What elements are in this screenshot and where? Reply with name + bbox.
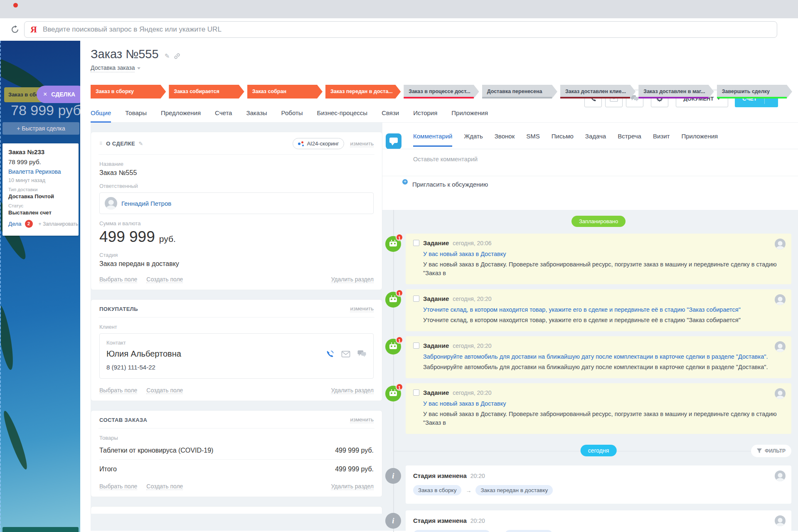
select-field-link[interactable]: Выбрать поле — [99, 483, 137, 490]
task-checkbox[interactable] — [413, 342, 419, 349]
delete-section-link[interactable]: Удалить раздел — [331, 483, 374, 490]
task-card[interactable]: Задание сегодня, 20:20 Уточните склад, в… — [406, 289, 791, 331]
browser-chrome-top — [0, 0, 798, 18]
tab-letter[interactable]: Письмо — [552, 133, 574, 147]
email-contact-icon[interactable] — [341, 351, 350, 357]
address-bar[interactable]: Я — [24, 21, 777, 38]
close-icon[interactable]: × — [43, 91, 47, 98]
delete-section-link[interactable]: Удалить раздел — [331, 276, 374, 283]
edit-link[interactable]: изменить — [350, 416, 374, 423]
tab-meeting[interactable]: Встреча — [618, 133, 641, 147]
filter-button[interactable]: ФИЛЬТР — [751, 445, 791, 457]
drag-handle[interactable]: ⠿ — [99, 142, 103, 145]
quick-deal-button[interactable]: + Быстрая сделка — [2, 122, 79, 135]
stage-button[interactable]: Заказ доставлен клие... — [560, 85, 635, 99]
task-checkbox[interactable] — [413, 240, 419, 246]
task-time: сегодня, 20:06 — [453, 240, 491, 246]
tab-call[interactable]: Звонок — [495, 133, 515, 147]
avatar — [775, 341, 786, 352]
robot-task-icon: 1 — [385, 236, 401, 252]
plan-activity-link[interactable]: + Запланировать — [39, 221, 79, 227]
deal-drag-pill[interactable]: × СДЕЛКА — [37, 86, 80, 103]
product-row: Таблетки от кроновируса (COVID-19) 499 9… — [99, 443, 374, 460]
tab-task[interactable]: Задача — [585, 133, 606, 147]
responsible-field[interactable]: Геннадий Петров — [99, 192, 374, 214]
task-body: Уточните склад, в котором находится това… — [423, 316, 784, 325]
chat-contact-icon[interactable] — [357, 350, 367, 358]
stage-button[interactable]: Доставка перенесена — [482, 85, 557, 99]
edit-section-icon[interactable]: ✎ — [138, 140, 143, 147]
contact-name[interactable]: Юлия Альбертовна — [106, 349, 181, 359]
task-link[interactable]: Забронируйте автомобиль для доставки на … — [423, 353, 784, 360]
task-link[interactable]: Уточните склад, в котором находится това… — [423, 306, 784, 313]
task-link[interactable]: У вас новый заказ в Доставку — [423, 251, 784, 257]
stage-change-card[interactable]: Стадия изменена 20:20 Заказ в сборку → З… — [406, 466, 791, 504]
client-label: Клиент — [99, 324, 374, 330]
tab-orders[interactable]: Заказы — [246, 109, 267, 123]
tab-robots[interactable]: Роботы — [281, 109, 303, 123]
stage-button[interactable]: Заказ передан в доста... — [325, 85, 401, 99]
tab-apps[interactable]: Приложения — [681, 133, 718, 147]
stage-button[interactable]: Заказ в процессе дост... — [404, 85, 479, 99]
task-checkbox[interactable] — [413, 296, 419, 302]
tab-bizproc[interactable]: Бизнес-процессы — [317, 109, 368, 123]
tab-apps[interactable]: Приложения — [451, 109, 488, 123]
timeline-stage-change: i Стадия изменена 20:20 Заказ передан в … — [406, 510, 791, 532]
edit-link[interactable]: изменить — [350, 140, 374, 147]
deal-card-client-link[interactable]: Виалетта Рерихова — [8, 168, 73, 175]
task-checkbox[interactable] — [413, 389, 419, 396]
status-value: Выставлен счет — [8, 209, 73, 216]
responsible-link[interactable]: Геннадий Петров — [121, 200, 171, 207]
task-link[interactable]: У вас новый заказ в Доставку — [423, 400, 784, 407]
tab-history[interactable]: История — [413, 109, 437, 123]
task-card[interactable]: Задание сегодня, 20:20 У вас новый заказ… — [406, 383, 791, 434]
delete-section-link[interactable]: Удалить раздел — [331, 387, 374, 394]
tab-wait[interactable]: Ждать — [464, 133, 483, 147]
select-field-link[interactable]: Выбрать поле — [99, 387, 137, 394]
info-icon: i — [385, 513, 401, 529]
tab-invoices[interactable]: Счета — [215, 109, 232, 123]
tab-general[interactable]: Общие — [91, 109, 111, 123]
counter-badge: 1 — [396, 289, 403, 297]
task-card[interactable]: Задание сегодня, 20:06 У вас новый заказ… — [406, 234, 791, 284]
create-field-link[interactable]: Создать поле — [146, 387, 183, 394]
deal-type-selector[interactable]: Доставка заказа — [91, 64, 135, 72]
call-contact-icon[interactable] — [325, 350, 335, 359]
tab-quotes[interactable]: Предложения — [161, 109, 201, 123]
create-field-link[interactable]: Создать поле — [146, 483, 183, 490]
edit-link[interactable]: изменить — [350, 305, 374, 312]
edit-title-icon[interactable]: ✎ — [165, 52, 170, 60]
reload-icon — [11, 25, 19, 34]
copy-link-icon[interactable] — [174, 53, 180, 59]
ai-scoring-button[interactable]: AI24-скоринг — [293, 138, 344, 149]
deal-card[interactable]: Заказ №233 78 999 руб. Виалетта Рерихова… — [2, 143, 79, 236]
stage-change-card[interactable]: Стадия изменена 20:20 Заказ передан в до… — [406, 510, 791, 532]
tab-comment[interactable]: Комментарий — [413, 133, 452, 147]
tab-products[interactable]: Товары — [125, 109, 147, 123]
tab-visit[interactable]: Визит — [653, 133, 670, 147]
todo-link[interactable]: Дела — [8, 221, 22, 227]
select-field-link[interactable]: Выбрать поле — [99, 276, 137, 283]
stage-button[interactable]: Заказ доставлен в маг... — [638, 85, 714, 99]
reload-button[interactable] — [6, 21, 24, 38]
stage-button[interactable]: Заказ собирается — [169, 85, 244, 99]
task-card[interactable]: Задание сегодня, 20:20 Забронируйте авто… — [406, 336, 791, 378]
robot-task-icon: 1 — [385, 339, 401, 355]
task-title: Задание — [423, 295, 449, 302]
deal-card-title: Заказ №233 — [8, 148, 73, 155]
search-input[interactable] — [43, 25, 771, 34]
sum-label: Сумма и валюта — [99, 220, 374, 227]
stage-button[interactable]: Заказ собран — [247, 85, 323, 99]
funnel-icon — [757, 448, 762, 453]
invite-to-discussion[interactable]: + Пригласить к обсуждению — [406, 181, 790, 188]
products-label: Товары — [99, 435, 374, 441]
today-badge[interactable]: сегодня — [581, 445, 617, 456]
column-total-amount: 78 999 руб. — [11, 102, 80, 118]
tab-links[interactable]: Связи — [382, 109, 399, 123]
comment-input[interactable]: Оставьте комментарий — [413, 147, 790, 171]
create-field-link[interactable]: Создать поле — [146, 276, 183, 283]
stage-button[interactable]: Заказ в сборку — [91, 85, 166, 99]
kanban-sidebar: Заказ в сборку × СДЕЛКА 78 999 руб. + Бы… — [0, 41, 80, 532]
tab-sms[interactable]: SMS — [526, 133, 540, 147]
stage-button[interactable]: Завершить сделку — [717, 85, 792, 99]
